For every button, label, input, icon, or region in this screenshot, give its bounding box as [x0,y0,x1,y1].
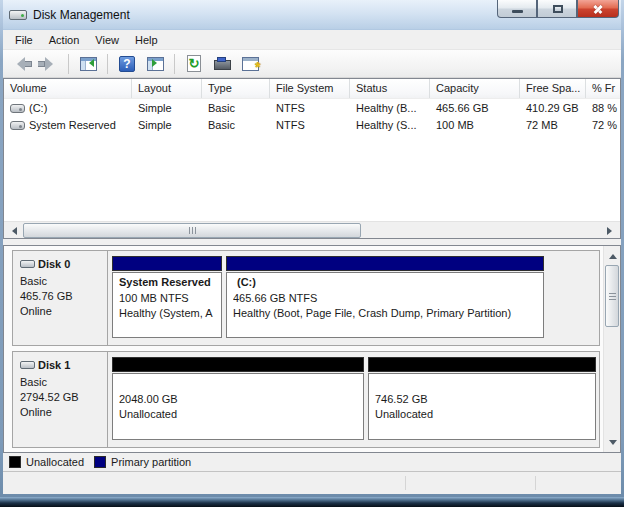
column-header-free-space[interactable]: Free Spa... [520,79,586,98]
unallocated-region-1[interactable]: 2048.00 GB Unallocated [112,357,364,447]
legend-label: Primary partition [111,456,191,468]
cell-status: Healthy (B... [350,102,430,114]
new-window-icon: * [242,57,259,71]
disk0-size: 465.76 GB [20,289,100,304]
partition-status: Healthy (Boot, Page File, Crash Dump, Pr… [233,306,537,321]
disk-row-disk0: Disk 0 Basic 465.76 GB Online System Res… [12,250,600,346]
partition-color-bar [112,256,222,271]
unallocated-color-swatch [9,456,21,468]
disk1-label[interactable]: Disk 1 Basic 2794.52 GB Online [13,352,108,447]
new-window-button[interactable]: * [238,53,262,75]
disk-icon [20,360,35,371]
legend-item-primary-partition: Primary partition [94,456,191,468]
maximize-button[interactable] [537,0,577,18]
app-icon [9,9,27,22]
scroll-up-arrow[interactable] [604,246,621,262]
window-bottom-border [0,497,624,507]
partition-size: 465.66 GB NTFS [233,291,537,306]
column-header-pct-free[interactable]: % Fr [586,79,620,98]
back-button[interactable] [9,53,33,75]
horizontal-scrollbar-thumb[interactable] [23,223,361,238]
menu-view[interactable]: View [87,32,127,48]
volume-list-pane: Volume Layout Type File System Status Ca… [3,78,621,239]
cell-pct-free: 72 % [586,119,620,131]
disk-management-window: Disk Management File Action View Help ? [0,0,624,507]
cell-file-system: NTFS [270,102,350,114]
partition-name: (C:) [233,276,537,291]
horizontal-scrollbar[interactable] [4,221,620,238]
legend-bar: Unallocated Primary partition [3,453,621,472]
back-arrow-icon [10,57,32,71]
cell-status: Healthy (S... [350,119,430,131]
partition-name [119,377,357,392]
partition-c-drive[interactable]: (C:) 465.66 GB NTFS Healthy (Boot, Page … [226,256,544,345]
help-button[interactable]: ? [115,53,139,75]
vertical-scrollbar-thumb[interactable] [605,265,619,327]
volume-icon [10,121,25,130]
disk-icon [20,259,35,270]
refresh-icon: ↻ [187,55,201,72]
partition-system-reserved[interactable]: System Reserved 100 MB NTFS Healthy (Sys… [112,256,222,345]
minimize-icon [512,10,523,13]
partition-color-bar [112,357,364,372]
close-button[interactable] [577,0,619,18]
scroll-left-arrow[interactable] [4,222,21,239]
console-tree-icon [80,57,97,71]
partition-color-bar [226,256,544,271]
partition-size: 2048.00 GB [119,392,357,407]
menu-help[interactable]: Help [127,32,166,48]
cell-capacity: 100 MB [430,119,520,131]
forward-button[interactable] [37,53,61,75]
partition-name [375,377,589,392]
disk1-status: Online [20,405,100,420]
primary-partition-color-swatch [94,456,106,468]
partition-size: 100 MB NTFS [119,291,215,306]
table-row[interactable]: System Reserved Simple Basic NTFS Health… [4,116,620,133]
toolbar-separator [107,54,108,74]
help-icon: ? [119,56,135,72]
show-console-tree-button[interactable] [76,53,100,75]
table-row[interactable]: (C:) Simple Basic NTFS Healthy (B... 465… [4,99,620,116]
action-pane-icon [147,57,164,71]
column-header-status[interactable]: Status [350,79,430,98]
rescan-disks-icon [214,57,231,70]
column-header-type[interactable]: Type [202,79,270,98]
column-header-file-system[interactable]: File System [270,79,350,98]
show-action-pane-button[interactable] [143,53,167,75]
toolbar: ? ↻ * [3,50,621,78]
partition-status: Healthy (System, A [119,306,215,321]
cell-free-space: 72 MB [520,119,586,131]
cell-capacity: 465.66 GB [430,102,520,114]
legend-item-unallocated: Unallocated [9,456,84,468]
cell-free-space: 410.29 GB [520,102,586,114]
volume-name: (C:) [29,102,47,114]
partition-status: Unallocated [375,407,589,422]
disk1-size: 2794.52 GB [20,390,100,405]
rescan-disks-button[interactable] [210,53,234,75]
disk-row-disk1: Disk 1 Basic 2794.52 GB Online 2048.00 G… [12,351,600,448]
unallocated-region-2[interactable]: 746.52 GB Unallocated [368,357,596,447]
scroll-down-arrow[interactable] [604,436,621,452]
column-header-layout[interactable]: Layout [132,79,202,98]
cell-type: Basic [202,119,270,131]
disk0-label[interactable]: Disk 0 Basic 465.76 GB Online [13,251,108,345]
refresh-button[interactable]: ↻ [182,53,206,75]
volume-icon [10,104,25,113]
disk0-type: Basic [20,274,100,289]
scroll-right-arrow[interactable] [603,222,620,239]
column-header-volume[interactable]: Volume [4,79,132,98]
vertical-scrollbar[interactable] [603,246,620,452]
menu-file[interactable]: File [7,32,41,48]
toolbar-separator [68,54,69,74]
column-header-capacity[interactable]: Capacity [430,79,520,98]
volume-name: System Reserved [29,119,116,131]
volume-table-header: Volume Layout Type File System Status Ca… [4,79,620,99]
toolbar-separator [174,54,175,74]
partition-name: System Reserved [119,276,215,291]
cell-pct-free: 88 % [586,102,620,114]
menu-action[interactable]: Action [41,32,88,48]
window-title: Disk Management [33,8,130,22]
title-bar: Disk Management [3,0,621,30]
minimize-button[interactable] [497,0,537,18]
maximize-icon [553,5,563,13]
